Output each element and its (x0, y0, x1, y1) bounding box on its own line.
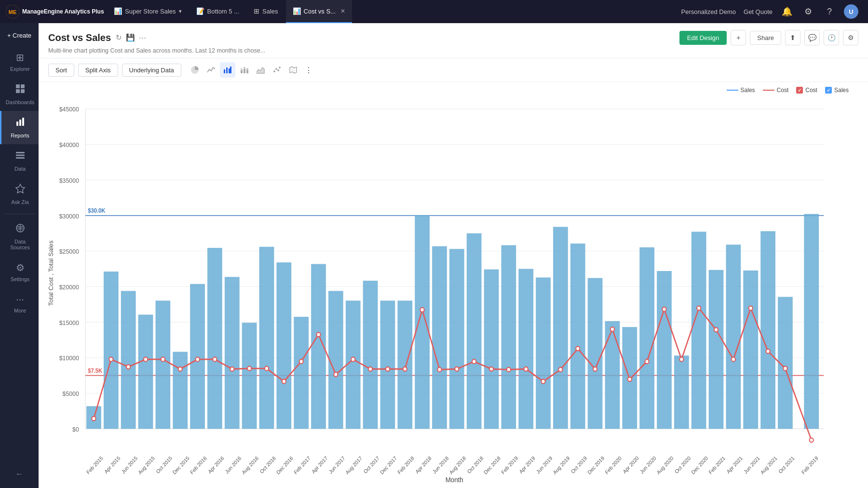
svg-point-130 (628, 377, 632, 381)
brand-icon: ME (6, 5, 19, 18)
svg-rect-16 (224, 69, 225, 73)
svg-text:$10000: $10000 (59, 354, 79, 362)
settings-icon[interactable]: ⚙ (801, 5, 815, 18)
legend-cost-check: ✓ Cost (796, 87, 817, 94)
svg-rect-22 (244, 69, 245, 73)
chart-toolbar: Sort Split Axis Underlying Data (39, 58, 868, 82)
bar-chart-icon[interactable] (220, 62, 235, 78)
create-button[interactable]: + Create (0, 27, 39, 44)
svg-rect-93 (709, 270, 724, 429)
svg-rect-76 (415, 215, 430, 429)
sidebar-item-more[interactable]: ··· More (0, 288, 39, 319)
svg-marker-12 (16, 184, 25, 193)
svg-point-110 (282, 379, 286, 383)
svg-text:Feb 2017: Feb 2017 (293, 455, 312, 475)
scatter-chart-icon[interactable] (269, 62, 285, 78)
svg-text:Jun 2021: Jun 2021 (743, 455, 761, 474)
more-icon: ··· (16, 294, 24, 305)
sidebar-item-settings[interactable]: ⚙ Settings (0, 256, 39, 288)
sort-button[interactable]: Sort (48, 64, 74, 77)
svg-rect-60 (138, 314, 153, 429)
svg-point-128 (593, 367, 597, 371)
more-chart-types-button[interactable]: ⋮ (302, 63, 315, 77)
pie-chart-icon[interactable] (187, 62, 203, 78)
svg-rect-80 (484, 270, 499, 429)
svg-point-28 (277, 69, 279, 71)
tab-costvssales[interactable]: 📊 Cost vs S... ✕ (286, 0, 352, 23)
svg-rect-75 (397, 300, 412, 429)
more-options-icon[interactable]: ⋯ (139, 33, 146, 42)
svg-point-136 (732, 357, 735, 362)
svg-point-140 (810, 438, 814, 442)
chart-type-icons: ⋮ (187, 62, 315, 78)
tab-bottom5[interactable]: 📝 Bottom 5 ... (190, 0, 246, 23)
brand-name: ManageEngine Analytics Plus (22, 8, 104, 15)
sidebar-item-data-label: Data (14, 166, 26, 172)
tab-sales[interactable]: ⊞ Sales (247, 0, 285, 23)
split-axis-button[interactable]: Split Axis (78, 64, 118, 77)
stacked-bar-icon[interactable] (236, 62, 252, 78)
settings2-icon[interactable]: ⚙ (843, 30, 858, 45)
share-button[interactable]: Share (750, 31, 781, 45)
svg-point-125 (541, 379, 545, 383)
comment-icon[interactable]: 💬 (804, 30, 820, 45)
legend-sales-label: Sales (741, 87, 755, 94)
map-chart-icon[interactable] (285, 62, 301, 78)
svg-rect-86 (588, 278, 603, 429)
tab-sales-icon: ⊞ (254, 7, 259, 15)
sidebar-item-reports[interactable]: Reports (0, 111, 39, 144)
svg-text:Aug 2018: Aug 2018 (448, 455, 467, 475)
svg-point-112 (316, 332, 320, 337)
svg-text:Apr 2015: Apr 2015 (103, 455, 122, 474)
sidebar-item-askzia[interactable]: Ask Zia (0, 177, 39, 211)
svg-point-108 (247, 366, 251, 371)
svg-rect-96 (760, 231, 775, 429)
legend-cost-line-label: Cost (777, 87, 789, 94)
tab-superstore-icon: 📊 (114, 7, 122, 15)
schedule-icon[interactable]: 🕐 (824, 30, 839, 45)
legend-sales-line: Sales (727, 87, 755, 94)
bell-icon[interactable]: 🔔 (780, 5, 794, 18)
tab-superstore[interactable]: 📊 Super Store Sales ▾ (107, 0, 189, 23)
area-chart-icon[interactable] (253, 62, 268, 78)
svg-point-117 (403, 367, 407, 371)
user-avatar[interactable]: U (844, 4, 858, 19)
svg-text:Apr 2019: Apr 2019 (518, 455, 536, 474)
sidebar-item-datasources[interactable]: Data Sources (0, 217, 39, 256)
svg-rect-11 (16, 157, 25, 159)
svg-text:Total Cost , Total Sales: Total Cost , Total Sales (48, 241, 54, 306)
chart-container: Sales Cost ✓ Cost ✓ Sales (39, 82, 868, 488)
sales-checkbox-icon[interactable]: ✓ (825, 87, 832, 94)
personalized-demo-link[interactable]: Personalized Demo (681, 8, 736, 15)
get-quote-link[interactable]: Get Quote (744, 8, 773, 15)
svg-rect-63 (190, 284, 205, 429)
cost-checkbox-icon[interactable]: ✓ (796, 87, 803, 94)
svg-text:$30.0K: $30.0K (88, 207, 106, 214)
save-icon[interactable]: 💾 (126, 33, 135, 42)
svg-point-127 (576, 346, 580, 351)
add-button[interactable]: + (731, 30, 746, 45)
legend-sales-check: ✓ Sales (825, 87, 849, 94)
edit-design-button[interactable]: Edit Design (679, 31, 727, 45)
sidebar-item-dashboards[interactable]: Dashboards (0, 78, 39, 111)
line-chart-icon[interactable] (203, 62, 219, 78)
svg-rect-66 (242, 323, 257, 429)
dashboards-icon (15, 83, 26, 96)
svg-point-120 (455, 367, 459, 371)
sidebar-back-button[interactable]: ← (10, 464, 29, 484)
help-icon[interactable]: ? (823, 5, 836, 18)
refresh-icon[interactable]: ↻ (116, 33, 122, 42)
svg-text:$7.5K: $7.5K (88, 367, 102, 374)
export-icon[interactable]: ⬆ (785, 30, 800, 45)
svg-text:Dec 2018: Dec 2018 (483, 455, 502, 475)
svg-text:Apr 2016: Apr 2016 (207, 455, 225, 474)
main-layout: + Create ⊞ Explorer Dashboards (0, 23, 868, 488)
svg-text:Apr 2018: Apr 2018 (414, 455, 433, 474)
report-title-row: Cost vs Sales ↻ 💾 ⋯ Edit Design + Share … (48, 30, 858, 45)
sidebar-item-explorer[interactable]: ⊞ Explorer (0, 46, 39, 78)
sidebar-item-data[interactable]: Data (0, 144, 39, 177)
svg-rect-61 (156, 300, 171, 429)
tab-close-icon[interactable]: ✕ (340, 8, 345, 14)
underlying-data-button[interactable]: Underlying Data (122, 64, 181, 77)
svg-point-119 (437, 367, 441, 372)
